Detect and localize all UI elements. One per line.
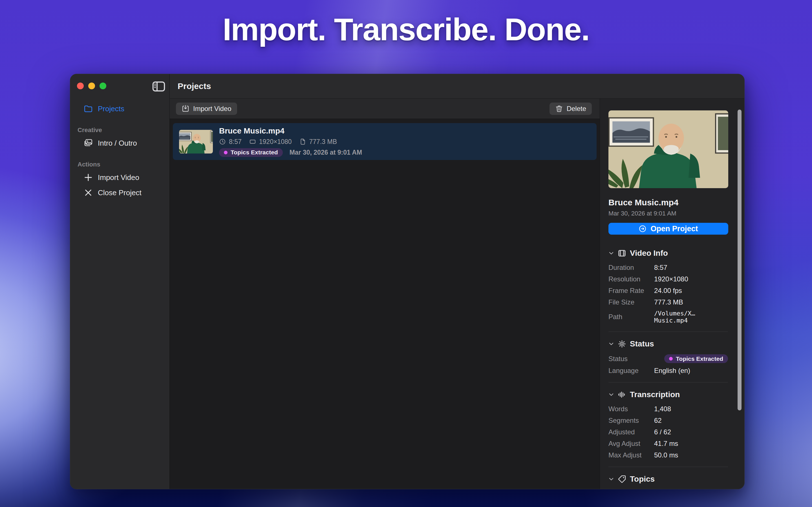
- info-label: Path: [608, 313, 654, 321]
- sidebar-item-intro-outro[interactable]: Intro / Outro: [70, 136, 169, 150]
- import-icon: [182, 105, 190, 113]
- import-video-label: Import Video: [193, 105, 232, 113]
- topics-header[interactable]: Topics: [608, 474, 728, 484]
- info-value: /Volumes/X…Music.mp4: [654, 310, 728, 324]
- sidebar-toggle-icon[interactable]: [152, 81, 165, 92]
- status-badge-label: Topics Extracted: [231, 149, 278, 156]
- main-content: Import Video Delete Bruce Music.m: [170, 99, 600, 489]
- arrow-circle-icon: [639, 225, 647, 233]
- delete-label: Delete: [567, 105, 586, 113]
- film-icon: [618, 249, 626, 258]
- video-duration: 8:57: [229, 138, 242, 146]
- info-value: 62: [654, 416, 662, 425]
- sidebar-item-label: Projects: [98, 105, 124, 113]
- project-list: Bruce Music.mp4 8:57 1920×1080 777.3 MB …: [170, 119, 600, 489]
- tag-icon: [618, 475, 626, 483]
- toolbar: Import Video Delete: [170, 99, 600, 119]
- resolution-icon: [249, 138, 256, 145]
- file-icon: [299, 138, 306, 145]
- section-title: Status: [630, 339, 654, 348]
- info-value: 6 / 62: [654, 428, 671, 436]
- info-value: 1,408: [654, 405, 671, 413]
- info-label: Avg Adjust: [608, 440, 654, 448]
- plus-icon: [84, 173, 93, 182]
- info-label: Language: [608, 367, 654, 375]
- status-header[interactable]: Status: [608, 339, 728, 348]
- section-title: Video Info: [630, 249, 668, 258]
- video-title: Bruce Music.mp4: [219, 126, 362, 135]
- sidebar-section-actions: Actions: [78, 161, 169, 168]
- info-label: Adjusted: [608, 428, 654, 436]
- window-title: Projects: [177, 81, 211, 91]
- folder-icon: [84, 104, 93, 113]
- close-window-button[interactable]: [77, 82, 84, 89]
- video-date: Mar 30, 2026 at 9:01 AM: [290, 149, 362, 156]
- info-label: File Size: [608, 298, 654, 306]
- minimize-window-button[interactable]: [88, 82, 95, 89]
- import-video-button[interactable]: Import Video: [176, 103, 237, 115]
- video-meta: 8:57 1920×1080 777.3 MB: [219, 138, 362, 146]
- inspector-title: Bruce Music.mp4: [608, 198, 728, 207]
- page-title: Import. Transcribe. Done.: [0, 11, 812, 48]
- video-size: 777.3 MB: [309, 138, 337, 146]
- status-badge: Topics Extracted: [664, 354, 728, 363]
- info-label: Max Adjust: [608, 451, 654, 459]
- sidebar-item-import-video[interactable]: Import Video: [70, 171, 169, 184]
- info-label: Frame Rate: [608, 287, 654, 295]
- transcription-header[interactable]: Transcription: [608, 390, 728, 399]
- section-status: Status Status Topics Extracted LanguageE…: [608, 339, 728, 375]
- inspector-thumbnail: [608, 110, 728, 188]
- window-header: Projects: [170, 74, 744, 99]
- app-window: Projects Creative Intro / Outro Actions …: [70, 74, 745, 489]
- clock-icon: [219, 138, 226, 145]
- section-video-info: Video Info Duration8:57 Resolution1920×1…: [608, 249, 728, 324]
- photos-icon: [84, 138, 93, 148]
- gear-icon: [618, 340, 626, 348]
- info-value: 777.3 MB: [654, 298, 683, 306]
- status-badge: Topics Extracted: [219, 148, 283, 157]
- trash-icon: [555, 105, 563, 113]
- section-title: Transcription: [630, 390, 680, 399]
- sidebar-item-projects[interactable]: Projects: [70, 102, 169, 115]
- sidebar-item-label: Close Project: [98, 188, 142, 197]
- chevron-down-icon: [608, 250, 614, 256]
- sidebar-item-close-project[interactable]: Close Project: [70, 186, 169, 199]
- sidebar: Projects Creative Intro / Outro Actions …: [70, 74, 170, 489]
- video-resolution: 1920×1080: [259, 138, 292, 146]
- info-label: Resolution: [608, 275, 654, 283]
- status-dot-icon: [224, 151, 227, 154]
- info-label: Status: [608, 355, 654, 363]
- inspector-panel: Bruce Music.mp4 Mar 30, 2026 at 9:01 AM …: [600, 99, 744, 489]
- sidebar-section-creative: Creative: [78, 126, 169, 134]
- open-project-button[interactable]: Open Project: [608, 223, 728, 235]
- waveform-icon: [618, 390, 626, 399]
- video-thumbnail: [179, 130, 213, 154]
- open-project-label: Open Project: [651, 224, 698, 233]
- section-transcription: Transcription Words1,408 Segments62 Adju…: [608, 390, 728, 459]
- section-topics: Topics Set: Topic Extraction - 3/30/2026…: [608, 474, 728, 489]
- info-value: 41.7 ms: [654, 440, 678, 448]
- status-dot-icon: [669, 357, 673, 360]
- info-value: 24.00 fps: [654, 287, 682, 295]
- sidebar-item-label: Import Video: [98, 173, 139, 182]
- chevron-down-icon: [608, 341, 614, 347]
- sidebar-item-label: Intro / Outro: [98, 139, 137, 148]
- delete-button[interactable]: Delete: [550, 103, 592, 115]
- info-label: Words: [608, 405, 654, 413]
- info-value: English (en): [654, 367, 690, 375]
- sidebar-nav: Projects Creative Intro / Outro Actions …: [70, 102, 169, 199]
- info-value: 8:57: [654, 264, 667, 272]
- status-badge-label: Topics Extracted: [676, 355, 723, 362]
- info-label: Duration: [608, 264, 654, 272]
- info-label: Segments: [608, 416, 654, 425]
- video-info-header[interactable]: Video Info: [608, 249, 728, 258]
- zoom-window-button[interactable]: [100, 82, 106, 89]
- chevron-down-icon: [608, 392, 614, 397]
- chevron-down-icon: [608, 476, 614, 482]
- xmark-icon: [84, 188, 93, 197]
- project-row[interactable]: Bruce Music.mp4 8:57 1920×1080 777.3 MB …: [173, 123, 597, 160]
- section-title: Topics: [630, 474, 655, 484]
- info-value: 1920×1080: [654, 275, 688, 283]
- info-value: 50.0 ms: [654, 451, 678, 459]
- inspector-scrollbar[interactable]: [738, 110, 742, 410]
